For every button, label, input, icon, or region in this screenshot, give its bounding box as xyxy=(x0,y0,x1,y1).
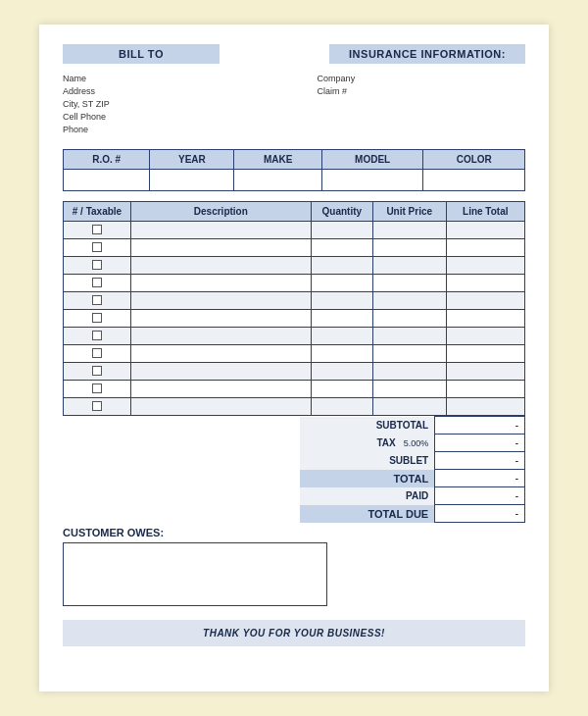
col-model: MODEL xyxy=(321,150,423,170)
tax-row: TAX 5.00% - xyxy=(300,435,525,452)
unit-price-cell xyxy=(372,345,446,363)
table-row xyxy=(64,275,525,292)
bottom-section: CUSTOMER OWES: xyxy=(63,527,525,606)
description-cell xyxy=(130,275,311,292)
table-row xyxy=(64,363,525,381)
customer-owes-title: CUSTOMER OWES: xyxy=(63,527,318,538)
sublet-label: SUBLET xyxy=(300,452,435,470)
unit-price-cell xyxy=(372,239,446,257)
table-row xyxy=(64,257,525,275)
table-row xyxy=(64,222,525,239)
taxable-checkbox[interactable] xyxy=(92,225,102,234)
unit-price-cell xyxy=(372,292,446,310)
total-label: TOTAL xyxy=(300,470,435,487)
taxable-checkbox[interactable] xyxy=(92,348,102,358)
table-row xyxy=(64,310,525,328)
address-field: Address xyxy=(63,86,270,96)
ro-value xyxy=(64,170,150,191)
total-due-row: TOTAL DUE - xyxy=(300,505,525,523)
taxable-cell[interactable] xyxy=(64,275,131,292)
line-total-cell xyxy=(446,275,524,292)
taxable-checkbox[interactable] xyxy=(92,260,102,270)
description-cell xyxy=(130,345,311,363)
description-cell xyxy=(130,222,311,239)
footer: THANK YOU FOR YOUR BUSINESS! xyxy=(63,620,525,646)
col-year: YEAR xyxy=(150,150,234,170)
invoice-page: BILL TO INSURANCE INFORMATION: Name Addr… xyxy=(39,25,549,691)
header-row: BILL TO INSURANCE INFORMATION: xyxy=(63,44,525,64)
subtotal-label: SUBTOTAL xyxy=(300,417,435,435)
line-total-cell xyxy=(446,292,524,310)
vehicle-table: R.O. # YEAR MAKE MODEL COLOR xyxy=(63,149,525,191)
line-total-cell xyxy=(446,398,524,416)
taxable-checkbox[interactable] xyxy=(92,384,102,393)
claim-field: Claim # xyxy=(318,86,525,96)
taxable-cell[interactable] xyxy=(64,239,131,257)
quantity-cell xyxy=(311,275,372,292)
taxable-cell[interactable] xyxy=(64,381,131,398)
total-row: TOTAL - xyxy=(300,470,525,487)
taxable-cell[interactable] xyxy=(64,345,131,363)
taxable-checkbox[interactable] xyxy=(92,278,102,287)
quantity-cell xyxy=(311,398,372,416)
taxable-checkbox[interactable] xyxy=(92,313,102,323)
taxable-cell[interactable] xyxy=(64,328,131,345)
subtotal-value: - xyxy=(435,417,525,435)
taxable-cell[interactable] xyxy=(64,398,131,416)
taxable-cell[interactable] xyxy=(64,292,131,310)
taxable-cell[interactable] xyxy=(64,363,131,381)
taxable-cell[interactable] xyxy=(64,257,131,275)
unit-price-cell xyxy=(372,398,446,416)
items-header-row: # / Taxable Description Quantity Unit Pr… xyxy=(64,202,525,222)
bill-to-header: BILL TO xyxy=(63,44,220,64)
description-cell xyxy=(130,257,311,275)
description-cell xyxy=(130,363,311,381)
paid-label: PAID xyxy=(300,487,435,505)
subtotal-row: SUBTOTAL - xyxy=(300,417,525,435)
total-value: - xyxy=(435,470,525,487)
taxable-cell[interactable] xyxy=(64,310,131,328)
quantity-cell xyxy=(311,363,372,381)
taxable-cell[interactable] xyxy=(64,222,131,239)
taxable-checkbox[interactable] xyxy=(92,401,102,411)
taxable-checkbox[interactable] xyxy=(92,295,102,305)
taxable-checkbox[interactable] xyxy=(92,331,102,340)
color-value xyxy=(423,170,525,191)
line-total-cell xyxy=(446,257,524,275)
company-field: Company xyxy=(318,74,525,83)
quantity-cell xyxy=(311,222,372,239)
unit-price-cell xyxy=(372,381,446,398)
line-total-cell xyxy=(446,345,524,363)
col-description: Description xyxy=(130,202,311,222)
total-due-value: - xyxy=(435,505,525,523)
customer-owes-box[interactable] xyxy=(63,542,327,606)
unit-price-cell xyxy=(372,275,446,292)
col-color: COLOR xyxy=(423,150,525,170)
table-row xyxy=(64,398,525,416)
taxable-checkbox[interactable] xyxy=(92,366,102,376)
table-row xyxy=(64,292,525,310)
description-cell xyxy=(130,398,311,416)
footer-text: THANK YOU FOR YOUR BUSINESS! xyxy=(203,628,385,639)
tax-label: TAX 5.00% xyxy=(300,435,435,452)
quantity-cell xyxy=(311,292,372,310)
tax-value: - xyxy=(435,435,525,452)
line-total-cell xyxy=(446,239,524,257)
table-row xyxy=(64,239,525,257)
table-row xyxy=(64,328,525,345)
items-table: # / Taxable Description Quantity Unit Pr… xyxy=(63,201,525,416)
name-field: Name xyxy=(63,74,270,83)
quantity-cell xyxy=(311,328,372,345)
cell-field: Cell Phone xyxy=(63,112,270,122)
bill-to-fields: Name Address City, ST ZIP Cell Phone Pho… xyxy=(63,74,270,137)
quantity-cell xyxy=(311,239,372,257)
phone-field: Phone xyxy=(63,125,270,134)
description-cell xyxy=(130,292,311,310)
line-total-cell xyxy=(446,363,524,381)
unit-price-cell xyxy=(372,328,446,345)
paid-value: - xyxy=(435,487,525,505)
total-due-label: TOTAL DUE xyxy=(300,505,435,523)
description-cell xyxy=(130,381,311,398)
taxable-checkbox[interactable] xyxy=(92,242,102,252)
model-value xyxy=(321,170,423,191)
